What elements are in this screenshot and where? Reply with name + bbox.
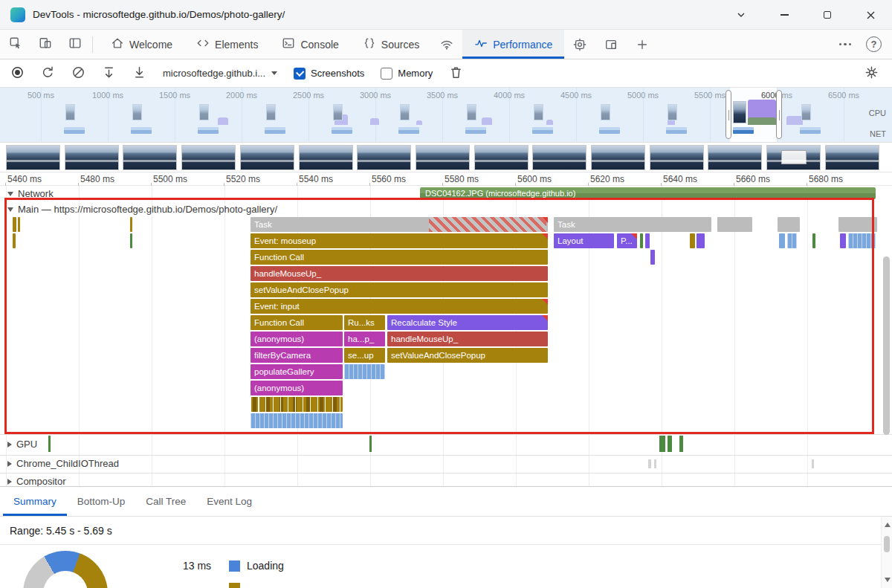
flame-bar[interactable] — [130, 217, 132, 232]
filmstrip-frame[interactable] — [708, 145, 762, 170]
device-layout-icon[interactable] — [595, 30, 627, 59]
reload-record-button[interactable] — [41, 65, 55, 82]
flame-bar[interactable] — [251, 397, 343, 412]
capture-settings-gear-icon[interactable] — [864, 65, 892, 82]
selection-handle-left[interactable] — [725, 90, 731, 139]
flame-bar[interactable] — [640, 233, 643, 248]
gpu-track-toggle[interactable]: GPU — [7, 439, 37, 450]
flame-bar[interactable] — [779, 233, 785, 248]
details-scrollbar[interactable] — [881, 517, 892, 588]
flame-bar[interactable]: setValueAndClosePopup — [251, 282, 548, 297]
inspect-icon[interactable] — [9, 36, 22, 52]
flame-bar[interactable]: filterByCamera — [251, 348, 343, 363]
flame-bar[interactable]: Task — [554, 217, 711, 232]
save-profile-icon[interactable] — [132, 65, 146, 82]
flame-bar[interactable]: se...up — [344, 348, 385, 363]
flame-bar[interactable]: ha...p_ — [344, 332, 385, 346]
filmstrip-frame[interactable] — [240, 145, 294, 170]
experiments-chip-icon[interactable] — [564, 30, 595, 59]
flame-bar[interactable]: Ru...ks — [344, 315, 385, 330]
filmstrip-frame[interactable] — [650, 145, 704, 170]
add-tab-icon[interactable] — [627, 30, 658, 59]
tab-event-log[interactable]: Event Log — [196, 487, 262, 516]
filmstrip-frame[interactable] — [123, 145, 177, 170]
flame-bar[interactable] — [717, 217, 752, 232]
flame-bar[interactable] — [251, 413, 343, 428]
gpu-activity-bar[interactable] — [679, 436, 683, 452]
tab-summary[interactable]: Summary — [3, 487, 67, 516]
flame-bar[interactable]: P... — [617, 233, 637, 248]
flame-bar[interactable] — [812, 233, 815, 248]
flame-bar[interactable] — [787, 233, 797, 248]
details-scrollbar-thumb[interactable] — [884, 536, 890, 552]
filmstrip-frame[interactable] — [532, 145, 586, 170]
tracks-scrollbar-thumb[interactable] — [883, 256, 890, 435]
network-request-bar[interactable]: DSC04162.JPG (microsoftedge.github.io) — [420, 187, 876, 199]
filmstrip-frame[interactable] — [65, 145, 119, 170]
flame-bar[interactable]: Event: mouseup — [251, 233, 548, 248]
tab-welcome[interactable]: Welcome — [99, 30, 184, 59]
flame-bar[interactable] — [697, 233, 705, 248]
filmstrip-frame[interactable] — [591, 145, 645, 170]
flame-bar[interactable] — [848, 233, 876, 248]
filmstrip-frame[interactable] — [474, 145, 529, 170]
tab-call-tree[interactable]: Call Tree — [135, 487, 196, 516]
flame-bar[interactable]: (anonymous) — [251, 381, 343, 395]
flame-bar[interactable]: handleMouseUp_ — [387, 332, 548, 346]
dock-panel-icon[interactable] — [68, 36, 82, 52]
filmstrip-frame[interactable] — [416, 145, 470, 170]
chevron-down-icon[interactable] — [720, 0, 763, 30]
gpu-activity-bar[interactable] — [659, 436, 665, 452]
flame-bar[interactable] — [645, 233, 650, 248]
trash-icon[interactable] — [449, 65, 463, 82]
filmstrip-frame[interactable] — [299, 145, 353, 170]
selection-handle-right[interactable] — [776, 90, 782, 139]
flame-bar[interactable] — [690, 233, 695, 248]
filmstrip-frame[interactable] — [357, 145, 411, 170]
flame-bar[interactable]: Function Call — [251, 315, 343, 330]
flame-bar[interactable] — [778, 217, 800, 232]
filmstrip-frame[interactable] — [6, 145, 60, 170]
flame-bar[interactable]: Recalculate Style — [387, 315, 548, 330]
minimize-button[interactable] — [763, 0, 806, 30]
flame-bar[interactable] — [18, 217, 20, 232]
flame-bar[interactable] — [13, 217, 16, 232]
flame-bar[interactable] — [344, 364, 385, 379]
flame-bar[interactable]: Event: input — [251, 299, 548, 314]
timeline-overview[interactable]: CPU NET 500 ms1000 ms1500 ms2000 ms2500 … — [0, 88, 892, 143]
io-track-toggle[interactable]: Chrome_ChildIOThread — [7, 458, 119, 469]
screenshots-checkbox-row[interactable]: Screenshots — [294, 68, 364, 80]
tab-console[interactable]: Console — [270, 30, 350, 59]
network-track-toggle[interactable]: Network — [7, 188, 54, 199]
close-button[interactable] — [849, 0, 892, 30]
clear-button[interactable] — [71, 65, 85, 82]
flame-bar[interactable]: handleMouseUp_ — [251, 266, 548, 281]
tab-elements[interactable]: Elements — [184, 30, 270, 59]
memory-checkbox-row[interactable]: Memory — [381, 68, 433, 80]
flame-bar[interactable] — [13, 233, 16, 248]
maximize-button[interactable] — [806, 0, 849, 30]
main-flame-chart[interactable]: TaskTaskEvent: mouseupLayoutP...Function… — [0, 217, 892, 434]
flame-bar[interactable] — [840, 233, 846, 248]
profile-select[interactable]: microsoftedge.github.i... — [163, 68, 277, 79]
tab-sources[interactable]: Sources — [351, 30, 431, 59]
record-button[interactable] — [10, 65, 25, 82]
filmstrip-frame[interactable] — [766, 145, 821, 170]
gpu-activity-bar[interactable] — [48, 436, 51, 452]
flame-bar[interactable]: (anonymous) — [251, 332, 343, 346]
filmstrip-frame[interactable] — [181, 145, 236, 170]
flame-bar[interactable] — [130, 233, 132, 248]
flame-bar[interactable]: Function Call — [251, 250, 548, 265]
flame-bar[interactable] — [838, 217, 877, 232]
filmstrip-frame[interactable] — [825, 145, 879, 170]
tab-performance[interactable]: Performance — [462, 30, 564, 59]
tab-bottom-up[interactable]: Bottom-Up — [67, 487, 136, 516]
load-profile-icon[interactable] — [102, 65, 116, 82]
screenshots-checkbox[interactable] — [294, 68, 306, 80]
gpu-activity-bar[interactable] — [668, 436, 672, 452]
compositor-track-toggle[interactable]: Compositor — [7, 476, 65, 486]
flame-bar[interactable] — [650, 250, 655, 265]
more-menu-icon[interactable] — [832, 43, 859, 46]
flame-bar[interactable]: setValueAndClosePopup — [387, 348, 548, 363]
device-emulation-icon[interactable] — [39, 36, 52, 52]
